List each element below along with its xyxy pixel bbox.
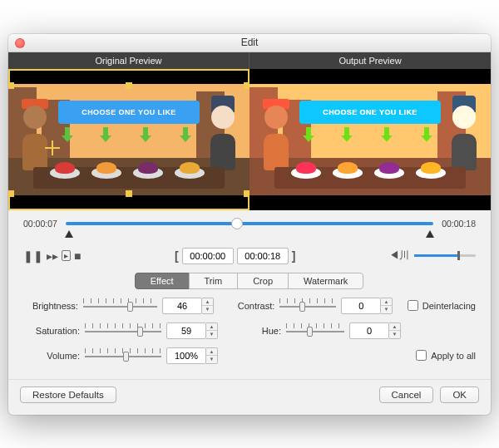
range-end-input[interactable] bbox=[237, 248, 289, 264]
brightness-stepper[interactable]: ▲▼ bbox=[202, 298, 214, 314]
pause-icon[interactable]: ❚❚ bbox=[23, 249, 43, 263]
range-start-bracket-icon[interactable]: [ bbox=[175, 249, 179, 263]
total-time-label: 00:00:18 bbox=[442, 219, 476, 229]
deinterlacing-checkbox[interactable]: Deinterlacing bbox=[408, 300, 476, 311]
saturation-stepper[interactable]: ▲▼ bbox=[206, 322, 218, 339]
original-preview: Original Preview CHOOSE ONE YOU LIKE bbox=[8, 52, 250, 210]
volume-param-slider[interactable] bbox=[85, 348, 161, 363]
preview-row: Original Preview CHOOSE ONE YOU LIKE bbox=[8, 52, 491, 210]
timeline-track[interactable] bbox=[66, 222, 433, 225]
original-preview-viewport[interactable]: CHOOSE ONE YOU LIKE bbox=[8, 69, 250, 210]
original-preview-label: Original Preview bbox=[8, 52, 250, 69]
saturation-slider[interactable] bbox=[85, 323, 161, 338]
controls-row: ❚❚ ▸▸ ▸ ■ [ ] ◀川 bbox=[8, 241, 491, 271]
range-start-marker[interactable] bbox=[65, 230, 73, 238]
step-icon[interactable]: ▸ bbox=[62, 250, 71, 261]
close-icon[interactable] bbox=[15, 38, 25, 48]
restore-defaults-button[interactable]: Restore Defaults bbox=[20, 386, 116, 403]
volume-slider[interactable] bbox=[414, 254, 476, 257]
titlebar: Edit bbox=[8, 34, 491, 52]
apply-all-checkbox[interactable]: Apply to all bbox=[416, 350, 476, 361]
crop-handle[interactable] bbox=[8, 190, 14, 197]
traffic-lights bbox=[15, 38, 25, 48]
timeline-thumb[interactable] bbox=[231, 218, 243, 229]
contrast-stepper[interactable]: ▲▼ bbox=[381, 298, 393, 314]
footer: Restore Defaults Cancel OK bbox=[8, 379, 491, 415]
banner-text: CHOOSE ONE YOU LIKE bbox=[58, 101, 200, 124]
volume-label: Volume: bbox=[23, 351, 85, 361]
brightness-slider[interactable] bbox=[83, 298, 157, 313]
tab-effect[interactable]: Effect bbox=[135, 273, 190, 289]
tab-crop[interactable]: Crop bbox=[237, 273, 289, 289]
brightness-label: Brightness: bbox=[23, 301, 83, 311]
range-start-input[interactable] bbox=[182, 248, 234, 264]
current-time-label: 00:00:07 bbox=[23, 219, 57, 229]
hue-label: Hue: bbox=[238, 326, 286, 336]
deinterlacing-checkbox-input[interactable] bbox=[408, 300, 418, 311]
edit-window: Edit Original Preview CHOOSE ONE YOU LIK… bbox=[8, 34, 491, 415]
ok-button[interactable]: OK bbox=[440, 386, 479, 403]
apply-all-checkbox-input[interactable] bbox=[416, 350, 427, 361]
tabs: Effect Trim Crop Watermark bbox=[8, 271, 491, 298]
range-end-bracket-icon[interactable]: ] bbox=[292, 249, 296, 263]
hue-input[interactable] bbox=[349, 322, 389, 339]
output-preview: Output Preview CHOOSE ONE YOU LIKE bbox=[250, 52, 491, 210]
hue-slider[interactable] bbox=[286, 323, 344, 338]
crop-handle[interactable] bbox=[126, 82, 132, 89]
volume-param-input[interactable] bbox=[166, 347, 206, 364]
volume-param-stepper[interactable]: ▲▼ bbox=[206, 347, 218, 364]
crop-handle[interactable] bbox=[8, 82, 14, 89]
output-preview-viewport: CHOOSE ONE YOU LIKE bbox=[250, 69, 491, 210]
effect-params: Brightness: ▲▼ Contrast: ▲▼ Deinterlacin… bbox=[8, 298, 491, 379]
contrast-slider[interactable] bbox=[279, 298, 336, 313]
hue-stepper[interactable]: ▲▼ bbox=[389, 322, 401, 339]
volume-thumb[interactable] bbox=[457, 251, 460, 260]
center-marker-icon bbox=[45, 140, 60, 155]
brightness-input[interactable] bbox=[162, 298, 202, 314]
cancel-button[interactable]: Cancel bbox=[379, 386, 434, 403]
contrast-input[interactable] bbox=[341, 298, 381, 314]
range-end-marker[interactable] bbox=[426, 230, 434, 238]
window-title: Edit bbox=[241, 37, 259, 48]
output-preview-label: Output Preview bbox=[250, 52, 491, 69]
stop-icon[interactable]: ■ bbox=[74, 249, 81, 263]
next-frame-icon[interactable]: ▸▸ bbox=[47, 249, 58, 263]
tab-watermark[interactable]: Watermark bbox=[288, 273, 363, 289]
crop-handle[interactable] bbox=[126, 190, 132, 197]
saturation-label: Saturation: bbox=[23, 326, 85, 336]
saturation-input[interactable] bbox=[166, 322, 206, 339]
contrast-label: Contrast: bbox=[233, 301, 279, 311]
timeline: 00:00:07 00:00:18 bbox=[8, 210, 491, 241]
volume-icon[interactable]: ◀川 bbox=[389, 249, 409, 263]
tab-trim[interactable]: Trim bbox=[189, 273, 239, 289]
